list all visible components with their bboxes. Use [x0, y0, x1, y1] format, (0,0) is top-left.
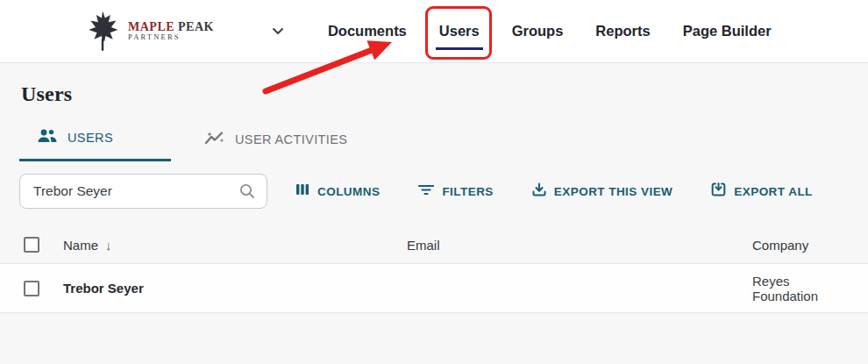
tab-user-activities-label: USER ACTIVITIES — [235, 132, 347, 146]
column-header-name[interactable]: Name ↓ — [54, 238, 388, 253]
export-this-view-button-label: EXPORT THIS VIEW — [554, 185, 672, 198]
users-table: Name ↓ Email Company Trebor Seyer Reyes … — [0, 226, 868, 313]
columns-button[interactable]: COLUMNS — [295, 183, 380, 199]
tab-user-activities[interactable]: USER ACTIVITIES — [187, 130, 363, 161]
export-this-view-button[interactable]: EXPORT THIS VIEW — [532, 182, 672, 200]
columns-icon — [295, 183, 309, 199]
cell-name: Trebor Seyer — [54, 281, 388, 296]
activity-graph-icon — [204, 130, 225, 149]
tab-bar: USERS USER ACTIVITIES — [19, 129, 868, 161]
main-nav: Documents Users Groups Reports Page Buil… — [326, 18, 773, 45]
column-header-email[interactable]: Email — [388, 238, 736, 253]
table-row[interactable]: Trebor Seyer Reyes Foundation — [0, 264, 868, 312]
boxed-download-icon — [711, 182, 726, 200]
search-icon[interactable] — [238, 182, 256, 200]
cell-company: Reyes Foundation — [736, 274, 855, 303]
table-header-row: Name ↓ Email Company — [0, 226, 868, 263]
app-header: MAPLE PEAK PARTNERS Documents Users Grou… — [0, 0, 868, 63]
brand-name: MAPLE PEAK PARTNERS — [128, 21, 214, 42]
nav-item-page-builder[interactable]: Page Builder — [681, 18, 773, 45]
brand-logo[interactable]: MAPLE PEAK PARTNERS — [84, 11, 214, 53]
people-icon — [37, 129, 58, 146]
search-box — [19, 174, 267, 209]
nav-item-users[interactable]: Users — [438, 18, 481, 45]
page-title: Users — [21, 82, 868, 106]
table-divider — [0, 312, 868, 313]
filters-button-label: FILTERS — [442, 185, 493, 198]
column-header-company[interactable]: Company — [736, 238, 855, 253]
export-all-button[interactable]: EXPORT ALL — [711, 182, 813, 200]
users-page: Users USERS USER ACTIVITI — [0, 82, 868, 313]
search-input[interactable] — [33, 183, 231, 199]
filter-lines-icon — [418, 183, 434, 199]
export-all-button-label: EXPORT ALL — [734, 185, 813, 198]
nav-item-groups[interactable]: Groups — [510, 18, 566, 45]
toolbar: COLUMNS FILTERS — [295, 182, 813, 200]
sort-desc-icon: ↓ — [105, 238, 112, 253]
columns-button-label: COLUMNS — [317, 185, 380, 198]
tab-users-label: USERS — [68, 131, 113, 145]
filters-button[interactable]: FILTERS — [418, 183, 493, 199]
row-checkbox[interactable] — [24, 281, 39, 296]
nav-item-reports[interactable]: Reports — [594, 18, 651, 45]
maple-leaf-icon — [84, 11, 121, 53]
tab-users[interactable]: USERS — [19, 129, 171, 161]
select-all-checkbox[interactable] — [24, 237, 39, 253]
nav-item-documents[interactable]: Documents — [326, 18, 409, 45]
controls-row: COLUMNS FILTERS — [19, 174, 868, 209]
workspace-chevron-down-icon[interactable] — [272, 27, 284, 35]
download-icon — [532, 182, 546, 200]
